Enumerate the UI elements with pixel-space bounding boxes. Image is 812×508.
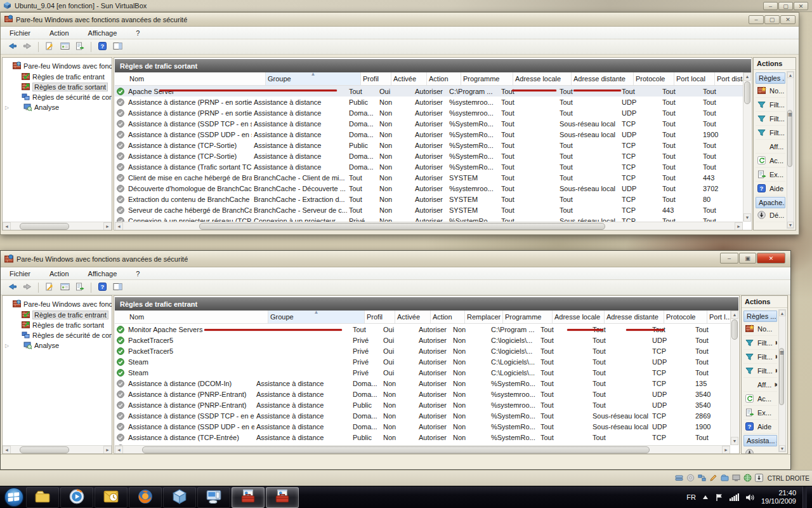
taskbar-item-firewall-console[interactable] bbox=[232, 487, 265, 508]
action-item-filt[interactable]: Filt...▶ bbox=[743, 336, 777, 350]
taskbar-item-virtualbox[interactable] bbox=[163, 487, 196, 508]
action-item-more[interactable] bbox=[743, 446, 777, 453]
taskbar-item-media-player[interactable] bbox=[60, 487, 93, 508]
table-row[interactable]: Assistance à distance (TCP-Sortie)Assist… bbox=[115, 150, 743, 161]
table-row[interactable]: PacketTracer5PrivéOuiAutoriserNonC:\logi… bbox=[115, 345, 730, 356]
menu-item-fichier[interactable]: Fichier bbox=[7, 28, 33, 38]
column-header-active[interactable]: Activée bbox=[391, 72, 427, 85]
column-header-adressedistante[interactable]: Adresse distante bbox=[572, 72, 634, 85]
actions-group-header[interactable]: Apache...▲ bbox=[756, 197, 785, 208]
column-header-portl[interactable]: Port l... bbox=[707, 311, 730, 323]
scroll-thumb[interactable] bbox=[20, 446, 69, 453]
column-header-nom[interactable]: Nom bbox=[128, 311, 268, 323]
menu-item-action[interactable]: Action bbox=[47, 28, 72, 38]
column-header-protocole[interactable]: Protocole bbox=[664, 311, 707, 323]
column-header-programme[interactable]: Programme bbox=[503, 311, 553, 323]
vbox-minimize-button[interactable]: – bbox=[763, 2, 778, 10]
column-header-adresselocale[interactable]: Adresse locale bbox=[553, 311, 605, 323]
menu-item-?[interactable]: ? bbox=[133, 28, 142, 38]
action-item-filt[interactable]: Filt...▶ bbox=[743, 350, 777, 364]
action-item-no[interactable]: No... bbox=[743, 322, 777, 336]
action-item-aide[interactable]: ?Aide bbox=[756, 182, 785, 196]
window-titlebar[interactable]: Pare-feu Windows avec fonctions avancées… bbox=[1, 251, 790, 267]
action-item-aff[interactable]: Aff...▶ bbox=[743, 378, 777, 392]
action-item-no[interactable]: No... bbox=[756, 84, 785, 98]
table-row[interactable]: Assistance à distance (PNRP-Entrant)Assi… bbox=[115, 389, 730, 399]
taskbar-item-firewall-console-2[interactable] bbox=[266, 487, 299, 508]
table-row[interactable]: Assistance à distance (SSDP UDP - en sor… bbox=[115, 129, 743, 140]
action-item-filt[interactable]: Filt...▶ bbox=[743, 364, 777, 378]
vertical-scrollbar[interactable]: ▲ ▼ bbox=[743, 72, 751, 222]
table-row[interactable]: Assistance à distance (SSDP TCP - en sor… bbox=[115, 118, 743, 129]
column-header-adresselocale[interactable]: Adresse locale bbox=[513, 72, 572, 85]
sidebar-item-inbound-rules[interactable]: Règles de trafic entrant bbox=[3, 310, 112, 320]
sidebar-item-monitoring[interactable]: ▷Analyse bbox=[3, 102, 112, 112]
sidebar-item-inbound-rules[interactable]: Règles de trafic entrant bbox=[3, 72, 112, 82]
table-row[interactable]: Assistance à distance (SSDP TCP - en ent… bbox=[115, 410, 730, 421]
table-row[interactable]: Assistance à distance (PRNP - en sortie)… bbox=[115, 107, 743, 118]
toolbar-button-export-icon[interactable] bbox=[74, 282, 86, 293]
action-item-d[interactable]: Dé... bbox=[756, 208, 785, 222]
table-row[interactable]: Découverte d'homologue de BranchCac...Br… bbox=[115, 183, 743, 194]
table-row[interactable]: PacketTracer5PrivéOuiAutoriserNonC:\logi… bbox=[115, 335, 730, 345]
action-item-filt[interactable]: Filt...▶ bbox=[756, 112, 785, 126]
sidebar-item-outbound-rules[interactable]: Règles de trafic sortant bbox=[3, 82, 112, 92]
column-header-active[interactable]: Activée bbox=[395, 311, 431, 323]
column-header-nom[interactable]: Nom bbox=[128, 72, 266, 85]
toolbar-button-back-icon[interactable] bbox=[6, 41, 18, 53]
toolbar-button-console-window-icon[interactable] bbox=[58, 282, 71, 293]
table-row[interactable]: Assistance à distance (PNRP-Entrant)Assi… bbox=[115, 399, 730, 410]
language-indicator[interactable]: FR bbox=[686, 493, 696, 501]
toolbar-button-console-window-icon[interactable] bbox=[58, 41, 71, 53]
column-header-groupe[interactable]: ▲Groupe bbox=[268, 311, 365, 323]
tree-horizontal-scrollbar[interactable]: ◄► bbox=[3, 222, 112, 230]
actions-group-header[interactable]: Règles ...▲ bbox=[743, 311, 777, 322]
column-header-action[interactable]: Action bbox=[427, 72, 461, 85]
table-row[interactable]: SteamPrivéOuiAutoriserNonC:\Logiciels\..… bbox=[115, 356, 730, 367]
taskbar-item-remote-desktop[interactable] bbox=[197, 487, 230, 508]
taskbar-clock[interactable]: 21:40 19/10/2009 bbox=[761, 489, 796, 505]
action-item-ex[interactable]: Ex... bbox=[743, 406, 777, 420]
vbox-maximize-button[interactable]: ▢ bbox=[778, 2, 793, 10]
sidebar-item-connection-security[interactable]: Règles de sécurité de conne bbox=[3, 330, 112, 340]
menu-item-action[interactable]: Action bbox=[47, 269, 72, 279]
action-item-ac[interactable]: Ac... bbox=[743, 392, 777, 406]
column-header-adressedistante[interactable]: Adresse distante bbox=[605, 311, 664, 323]
action-center-flag-icon[interactable] bbox=[715, 493, 723, 502]
table-row[interactable]: Assistance à distance (DCOM-In)Assistanc… bbox=[115, 378, 730, 389]
table-row[interactable]: Extraction du contenu de BranchCache (..… bbox=[115, 194, 743, 204]
table-row[interactable]: Client de mise en cache hébergé de Bran.… bbox=[115, 172, 743, 183]
scroll-right-arrow[interactable]: ► bbox=[103, 446, 112, 454]
table-row[interactable]: Serveur de cache hébergé de BranchCac...… bbox=[115, 204, 743, 215]
column-header-profil[interactable]: Profil bbox=[365, 311, 395, 323]
maximize-button[interactable]: ▢ bbox=[764, 15, 780, 24]
tree-horizontal-scrollbar[interactable]: ◄► bbox=[3, 445, 112, 453]
sidebar-item-connection-security[interactable]: Règles de sécurité de conne bbox=[3, 92, 112, 102]
show-desktop-button[interactable] bbox=[802, 486, 807, 508]
taskbar-item-explorer[interactable] bbox=[26, 487, 59, 508]
vbox-close-button[interactable]: ✕ bbox=[794, 2, 808, 10]
taskbar-item-outlook[interactable] bbox=[95, 487, 128, 508]
menu-item-affichage[interactable]: Affichage bbox=[86, 28, 120, 38]
close-button[interactable]: ✕ bbox=[780, 15, 796, 24]
toolbar-button-action-pane-icon[interactable] bbox=[111, 282, 124, 293]
minimize-button[interactable]: – bbox=[720, 253, 738, 264]
horizontal-scrollbar[interactable]: ◄ ► bbox=[115, 222, 743, 230]
table-row[interactable]: SteamPrivéOuiAutoriserNonC:\Logiciels\..… bbox=[115, 367, 730, 378]
action-item-filt[interactable]: Filt...▶ bbox=[756, 126, 785, 140]
toolbar-button-help-icon[interactable]: ? bbox=[96, 282, 108, 293]
action-item-filt[interactable]: Filt...▶ bbox=[756, 98, 785, 112]
maximize-button[interactable]: ▣ bbox=[739, 253, 756, 264]
actions-group-header[interactable]: Assista...▲ bbox=[743, 435, 777, 446]
menu-item-?[interactable]: ? bbox=[133, 269, 142, 279]
scroll-thumb[interactable] bbox=[20, 223, 69, 230]
action-item-aide[interactable]: ?Aide bbox=[743, 420, 777, 434]
close-button[interactable]: ✕ bbox=[757, 253, 785, 264]
action-item-ex[interactable]: Ex... bbox=[756, 168, 785, 182]
column-header-portlocal[interactable]: Port local bbox=[674, 72, 715, 85]
table-row[interactable]: Assistance à distance (SSDP UDP - en ent… bbox=[115, 421, 730, 432]
table-row[interactable]: Assistance à distance (Trafic sortant TC… bbox=[115, 161, 743, 172]
action-item-aff[interactable]: Aff...▶ bbox=[756, 140, 785, 154]
column-header-profil[interactable]: Profil bbox=[361, 72, 391, 85]
column-header-remplacer[interactable]: Remplacer bbox=[465, 311, 503, 323]
